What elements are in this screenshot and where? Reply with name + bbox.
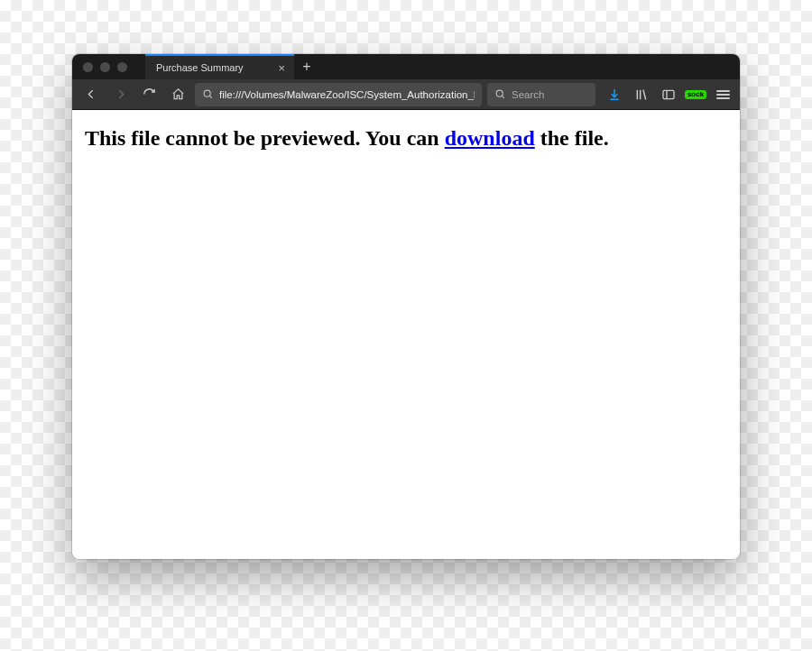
tab-title: Purchase Summary [156, 62, 244, 73]
library-icon[interactable] [632, 85, 651, 105]
message-text-after: the file. [535, 126, 609, 150]
tab-close-icon[interactable]: × [278, 62, 285, 74]
address-bar[interactable] [195, 83, 482, 106]
window-zoom-button[interactable] [117, 62, 127, 72]
window-controls [72, 62, 127, 72]
toolbar: sock [72, 79, 740, 110]
download-link[interactable]: download [445, 126, 535, 150]
search-input[interactable] [512, 89, 588, 100]
title-bar: Purchase Summary × + [72, 54, 740, 79]
home-button[interactable] [166, 83, 189, 106]
back-button[interactable] [79, 83, 103, 106]
preview-message: This file cannot be previewed. You can d… [85, 126, 727, 151]
sidebar-icon[interactable] [659, 85, 678, 105]
forward-button[interactable] [108, 83, 132, 106]
window-close-button[interactable] [83, 62, 93, 72]
message-text-before: This file cannot be previewed. You can [85, 126, 445, 150]
page-content: This file cannot be previewed. You can d… [72, 110, 740, 559]
browser-tab[interactable]: Purchase Summary × [145, 54, 294, 79]
new-tab-button[interactable]: + [294, 54, 319, 79]
extension-badge[interactable]: sock [686, 85, 706, 105]
url-input[interactable] [219, 89, 475, 100]
hamburger-menu-icon[interactable] [713, 85, 733, 105]
window-minimize-button[interactable] [100, 62, 110, 72]
toolbar-right: sock [601, 85, 733, 105]
downloads-icon[interactable] [604, 85, 624, 105]
tab-strip: Purchase Summary × + [145, 54, 319, 79]
browser-window: Purchase Summary × + [72, 54, 740, 559]
svg-point-0 [204, 90, 210, 96]
reload-button[interactable] [137, 83, 161, 106]
search-icon [202, 88, 214, 100]
svg-point-1 [496, 90, 503, 96]
search-icon [494, 88, 506, 100]
svg-rect-2 [663, 90, 674, 98]
search-bar[interactable] [487, 83, 595, 106]
extension-badge-label: sock [685, 90, 706, 99]
